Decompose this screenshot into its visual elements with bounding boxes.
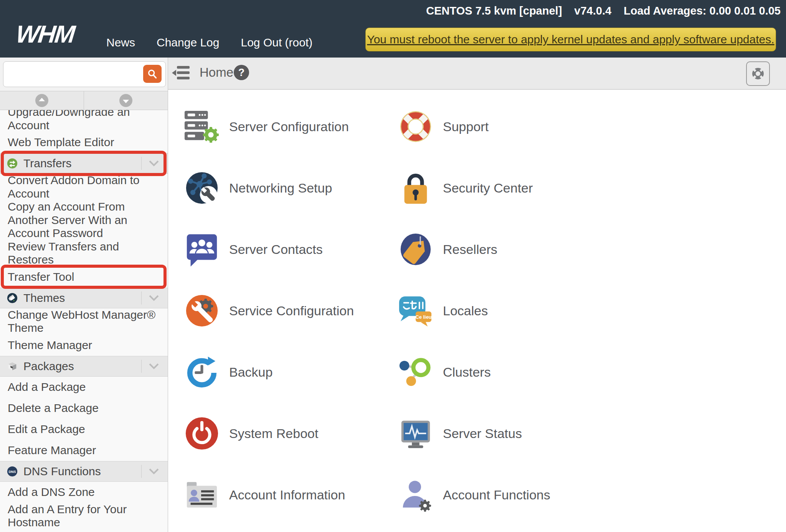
server-contacts-icon (184, 231, 220, 267)
tile-security-center[interactable]: Security Center (398, 157, 613, 219)
tile-label: Locales (443, 303, 488, 318)
sidebar-item-label: Feature Manager (8, 444, 96, 457)
status-os: CENTOS 7.5 kvm [cpanel] (426, 5, 562, 17)
tile-label: Networking Setup (229, 181, 332, 196)
breadcrumb[interactable]: Home (200, 65, 233, 80)
sidebar-item-label: Change WebHost Manager® Theme (8, 308, 162, 335)
sidebar-item-convert-addon-domain-to-account[interactable]: Convert Addon Domain to Account (0, 174, 168, 200)
quick-support-button[interactable] (746, 61, 770, 86)
sidebar-item-edit-a-package[interactable]: Edit a Package (0, 419, 168, 440)
sidebar-item-label: Add an A Entry for Your Hostname (8, 503, 162, 529)
tile-label: Server Status (443, 426, 522, 441)
system-reboot-icon (184, 415, 220, 451)
locales-icon: Ce lieu (398, 293, 434, 329)
chevron-down-icon[interactable] (149, 160, 159, 167)
top-bar: WHM News Change Log Log Out (root) CENTO… (0, 0, 786, 58)
chevron-down-icon[interactable] (149, 468, 159, 475)
sidebar-header-packages[interactable]: Packages (0, 356, 168, 377)
networking-setup-icon (184, 170, 220, 206)
tile-server-configuration[interactable]: Server Configuration (184, 96, 398, 157)
sidebar-search-area (0, 58, 168, 91)
search-icon (147, 68, 158, 80)
dns-icon: DNS (7, 466, 18, 477)
scroll-up-button[interactable] (0, 91, 84, 110)
collapse-sidebar-icon[interactable] (172, 65, 190, 81)
main-content: Server ConfigurationSupportNetworking Se… (168, 91, 786, 532)
sidebar-item-review-transfers-and-restores[interactable]: Review Transfers and Restores (0, 240, 168, 267)
whm-logo[interactable]: WHM (15, 20, 76, 48)
tile-support[interactable]: Support (398, 96, 613, 157)
sidebar-item-theme-manager[interactable]: Theme Manager (0, 335, 168, 356)
clusters-icon (398, 354, 434, 390)
backup-icon (184, 354, 220, 390)
nav-log-out[interactable]: Log Out (root) (241, 36, 313, 49)
server-configuration-icon (184, 109, 220, 145)
reboot-warning-link[interactable]: You must reboot the server to apply kern… (367, 33, 774, 46)
security-center-icon (398, 170, 434, 206)
sidebar-item-label: Delete a Package (8, 402, 99, 415)
tile-label: Account Information (229, 488, 345, 502)
tile-locales[interactable]: Ce lieuLocales (398, 280, 613, 341)
tile-networking-setup[interactable]: Networking Setup (184, 157, 398, 219)
header-divider (141, 292, 142, 305)
sidebar-item-transfer-tool[interactable]: Transfer Tool (0, 267, 168, 288)
tile-clusters[interactable]: Clusters (398, 341, 613, 403)
sidebar-item-add-a-dns-zone[interactable]: Add a DNS Zone (0, 482, 168, 503)
chevron-down-icon[interactable] (149, 363, 159, 370)
tile-service-configuration[interactable]: Service Configuration (184, 280, 398, 341)
sidebar-header-dns-functions[interactable]: DNSDNS Functions (0, 461, 168, 482)
search-button[interactable] (143, 65, 162, 83)
transfers-icon (7, 158, 18, 169)
tile-label: Backup (229, 365, 272, 380)
tile-label: Server Configuration (229, 119, 349, 134)
sidebar-item-copy-an-account-from-another-server-with-an-account-password[interactable]: Copy an Account From Another Server With… (0, 200, 168, 240)
sidebar-item-add-an-a-entry-for-your-hostname[interactable]: Add an A Entry for Your Hostname (0, 503, 168, 529)
account-functions-icon (398, 477, 434, 513)
tile-server-contacts[interactable]: Server Contacts (184, 219, 398, 280)
scroll-down-icon (119, 93, 133, 108)
tile-label: Resellers (443, 242, 497, 257)
top-nav: News Change Log Log Out (root) (106, 36, 312, 49)
sidebar-item-label: Copy an Account From Another Server With… (8, 200, 162, 240)
tile-account-functions[interactable]: Account Functions (398, 464, 613, 525)
sidebar-item-feature-manager[interactable]: Feature Manager (0, 440, 168, 461)
search-input[interactable] (7, 63, 142, 85)
sidebar-item-label: Theme Manager (8, 339, 92, 352)
feature-grid: Server ConfigurationSupportNetworking Se… (184, 96, 613, 525)
header-divider (141, 465, 142, 478)
sidebar-item-label: Edit a Package (8, 423, 85, 436)
sidebar-item-label: Web Template Editor (8, 136, 114, 149)
sidebar-header-themes[interactable]: Themes (0, 288, 168, 308)
tile-account-information[interactable]: Account Information (184, 464, 398, 525)
sidebar-header-label: Transfers (23, 157, 141, 170)
search-box (3, 61, 166, 87)
breadcrumb-bar: Home ? (168, 58, 786, 90)
sidebar-item-web-template-editor[interactable]: Web Template Editor (0, 132, 168, 153)
sidebar-item-add-a-package[interactable]: Add a Package (0, 377, 168, 398)
sidebar-header-label: Themes (23, 292, 141, 305)
tile-backup[interactable]: Backup (184, 341, 398, 403)
tile-resellers[interactable]: Resellers (398, 219, 613, 280)
scroll-up-icon (35, 93, 49, 108)
header-divider (141, 360, 142, 373)
reboot-warning-banner[interactable]: You must reboot the server to apply kern… (365, 28, 776, 51)
sidebar-item-delete-a-package[interactable]: Delete a Package (0, 398, 168, 419)
status-version: v74.0.4 (574, 5, 611, 17)
sidebar-item-change-webhost-manager-theme[interactable]: Change WebHost Manager® Theme (0, 308, 168, 335)
chevron-down-icon[interactable] (149, 295, 159, 301)
resellers-icon (398, 231, 434, 267)
tile-system-reboot[interactable]: System Reboot (184, 403, 398, 464)
scroll-down-button[interactable] (84, 91, 168, 110)
nav-news[interactable]: News (106, 36, 135, 49)
tile-server-status[interactable]: Server Status (398, 403, 613, 464)
sidebar-item-label: Transfer Tool (8, 270, 74, 284)
help-icon[interactable]: ? (233, 64, 249, 81)
themes-icon (7, 292, 18, 304)
svg-text:Ce lieu: Ce lieu (415, 314, 431, 320)
nav-change-log[interactable]: Change Log (157, 36, 219, 49)
sidebar-header-transfers[interactable]: Transfers (0, 153, 168, 174)
sidebar-menu: Upgrade/Downgrade an AccountWeb Template… (0, 105, 168, 532)
sidebar-item-label: Review Transfers and Restores (8, 240, 162, 267)
lifering-icon (751, 66, 765, 81)
sidebar-item-delete-a-dns-zone[interactable]: Delete a DNS Zone (0, 529, 168, 532)
